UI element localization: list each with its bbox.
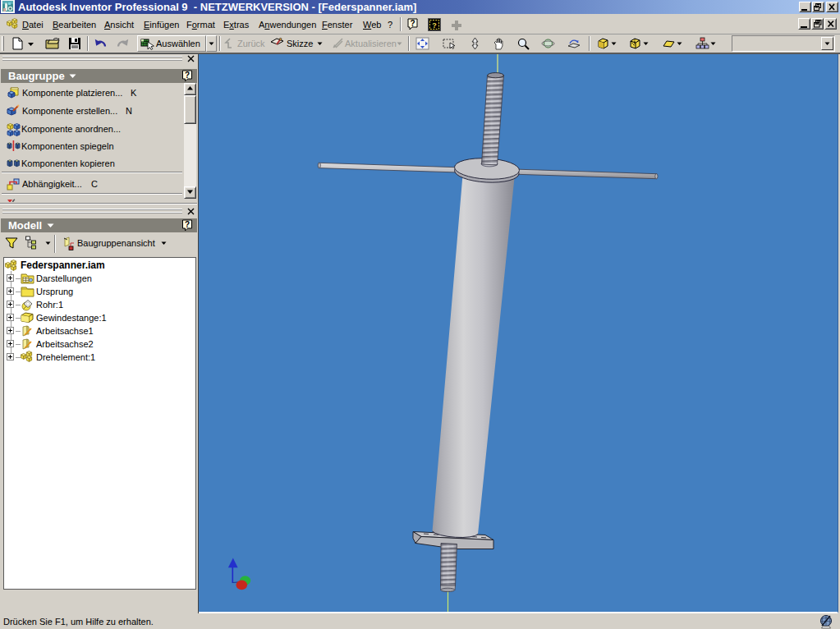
svg-text:?: ? [185, 220, 190, 229]
svg-text:?: ? [432, 21, 437, 30]
svg-text:?: ? [185, 71, 190, 80]
svg-text:?: ? [410, 19, 415, 28]
